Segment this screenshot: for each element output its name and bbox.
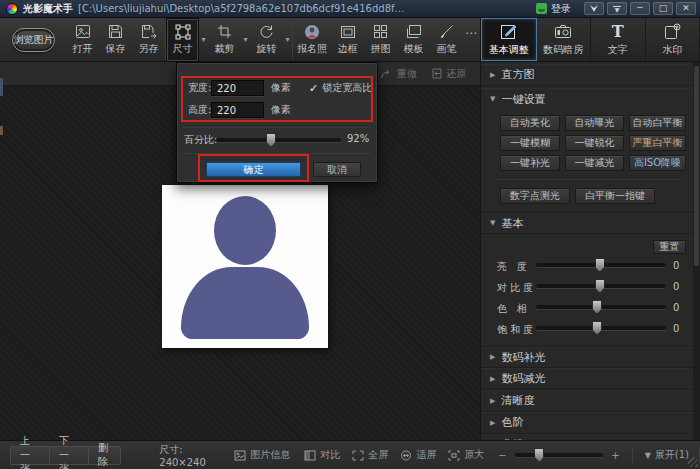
severe-white-balance-button[interactable]: 严重白平衡 — [629, 135, 686, 151]
open-button[interactable]: 打开 — [66, 18, 99, 62]
saturation-label: 饱 和 度 — [497, 323, 533, 337]
image-size-readout: 尺寸: 240×240 — [159, 443, 218, 468]
contrast-slider[interactable] — [536, 279, 666, 293]
expand-panel-button[interactable]: ▼ 展开(1) — [645, 448, 689, 462]
section-digital-fill-light[interactable]: ▶ 数码补光 — [481, 346, 693, 368]
one-click-fill-light-button[interactable]: 一键补光 — [500, 155, 560, 171]
fit-screen-icon — [400, 450, 412, 461]
zoom-out-button[interactable]: − — [498, 450, 506, 461]
maximize-button[interactable]: □ — [653, 2, 673, 15]
frame-button[interactable]: 边框 — [331, 18, 364, 62]
tab-text[interactable]: T 文字 — [591, 18, 646, 61]
hue-label: 色 相 — [497, 302, 527, 316]
section-one-click[interactable]: ▼ 一键设置 — [481, 88, 693, 110]
thumbnail-sliver — [0, 126, 3, 135]
redo-button[interactable]: 重做 — [381, 67, 417, 81]
section-histogram[interactable]: ▶ 直方图 — [481, 64, 693, 86]
width-label: 宽度: — [188, 81, 211, 95]
tab-basic-adjust[interactable]: 基本调整 — [481, 18, 537, 61]
open-icon — [75, 23, 91, 40]
tab-watermark[interactable]: 水印 — [646, 18, 700, 61]
auto-beautify-button[interactable]: 自动美化 — [500, 115, 560, 131]
login-button[interactable]: 登录 — [536, 2, 571, 16]
sidebar-scrollbar[interactable] — [693, 62, 700, 440]
hue-slider[interactable] — [536, 300, 666, 314]
width-unit-label: 像素 — [271, 81, 291, 95]
resize-dropdown-arrow[interactable]: ▾ — [199, 18, 208, 62]
percent-slider-thumb[interactable] — [266, 133, 276, 147]
hue-slider-thumb[interactable] — [592, 300, 602, 314]
tab-digital-darkroom[interactable]: 数码暗房 — [537, 18, 592, 61]
brightness-slider-thumb[interactable] — [595, 258, 605, 272]
auto-exposure-button[interactable]: 自动曝光 — [565, 115, 624, 131]
panel-tabs: 基本调整 数码暗房 T 文字 水印 — [480, 18, 700, 62]
percent-label: 百分比: — [184, 133, 217, 147]
white-balance-key-button[interactable]: 白平衡一指键 — [575, 188, 655, 204]
watermark-icon — [664, 22, 681, 41]
digital-spot-metering-button[interactable]: 数字点测光 — [500, 188, 570, 204]
save-button[interactable]: 保存 — [99, 18, 132, 62]
section-clarity[interactable]: ▶ 清晰度 — [481, 390, 693, 412]
one-click-dim-button[interactable]: 一键减光 — [565, 155, 624, 171]
crop-icon — [217, 23, 232, 40]
rotate-button[interactable]: 旋转 — [250, 18, 283, 62]
section-levels[interactable]: ▶ 色阶 — [481, 412, 693, 434]
saturation-slider-thumb[interactable] — [592, 321, 602, 335]
percent-slider[interactable] — [216, 133, 341, 147]
next-image-button[interactable]: 下一张 — [49, 446, 88, 465]
zoom-slider-thumb[interactable] — [534, 448, 544, 462]
close-button[interactable]: ✕ — [676, 2, 696, 15]
compare-button[interactable]: 对比 — [304, 448, 340, 462]
expanded-arrow-icon: ▼ — [490, 219, 495, 227]
id-photo-button[interactable]: 报名照 — [293, 18, 331, 62]
collapsed-arrow-icon: ▶ — [490, 353, 495, 361]
thumbnail-sliver — [0, 78, 3, 96]
redo-icon — [381, 69, 394, 79]
previous-image-button[interactable]: 上一张 — [10, 446, 49, 465]
brightness-slider[interactable] — [536, 258, 666, 272]
main-menu-icon[interactable]: ▼ — [607, 2, 627, 15]
ok-button[interactable]: 确定 — [206, 162, 301, 177]
restore-button[interactable]: 还原 — [431, 67, 466, 81]
title-bar: 光影魔术手 [C:\Users\liujiahui\Desktop\a5f279… — [0, 0, 700, 18]
text-tool-icon: T — [612, 22, 624, 41]
delete-image-button[interactable]: 删除 — [88, 446, 121, 465]
lock-ratio-checkbox[interactable]: ✓ — [309, 82, 318, 95]
zoom-in-button[interactable]: + — [611, 450, 619, 461]
collage-button[interactable]: 拼图 — [364, 18, 397, 62]
rotate-dropdown-arrow[interactable]: ▾ — [283, 18, 292, 62]
contrast-slider-thumb[interactable] — [595, 279, 605, 293]
resize-button[interactable]: 尺寸 — [166, 18, 199, 62]
toolbar-more-button[interactable]: ⋯ — [465, 18, 478, 40]
section-basic[interactable]: ▼ 基本 — [481, 212, 693, 234]
save-as-button[interactable]: 另存 — [132, 18, 165, 62]
zoom-slider[interactable] — [515, 448, 604, 462]
browse-images-button[interactable]: 浏览图片 — [12, 28, 55, 52]
minimize-button[interactable]: ─ — [630, 2, 650, 15]
section-digital-dim-light[interactable]: ▶ 数码减光 — [481, 368, 693, 390]
width-input[interactable] — [211, 80, 264, 96]
cancel-button[interactable]: 取消 — [313, 162, 361, 177]
image-info-button[interactable]: 图片信息 — [234, 448, 290, 462]
saturation-slider[interactable] — [536, 321, 666, 335]
window-resize-grip[interactable] — [688, 457, 698, 467]
reset-button[interactable]: 重置 — [653, 240, 686, 254]
auto-white-balance-button[interactable]: 自动白平衡 — [629, 115, 686, 131]
sidebar-scrollbar-thumb[interactable] — [694, 66, 699, 266]
one-click-blur-button[interactable]: 一键模糊 — [500, 135, 560, 151]
fit-screen-button[interactable]: 适屏 — [400, 448, 436, 462]
one-click-sharpen-button[interactable]: 一键锐化 — [565, 135, 624, 151]
fullscreen-button[interactable]: 全屏 — [352, 448, 388, 462]
original-size-button[interactable]: 原大 — [448, 448, 484, 462]
edited-image[interactable] — [162, 185, 328, 348]
skin-icon[interactable] — [584, 2, 604, 15]
high-iso-denoise-button[interactable]: 高ISO降噪 — [629, 155, 686, 171]
template-button[interactable]: 模板 — [397, 18, 430, 62]
brush-button[interactable]: 画笔 — [430, 18, 463, 62]
crop-dropdown-arrow[interactable]: ▾ — [241, 18, 250, 62]
id-photo-icon — [304, 23, 320, 40]
original-size-icon — [448, 450, 460, 461]
crop-button[interactable]: 裁剪 — [208, 18, 241, 62]
height-input[interactable] — [211, 102, 264, 118]
brush-icon — [439, 23, 454, 40]
